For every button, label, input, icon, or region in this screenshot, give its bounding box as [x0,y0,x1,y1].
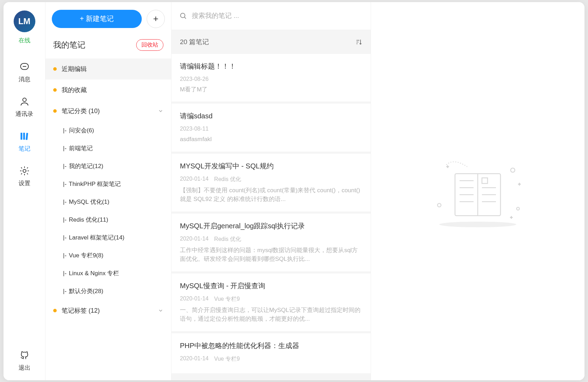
nav-item-contacts[interactable]: 通讯录 [4,90,45,124]
category-label: Laravel 框架笔记(14) [69,234,125,241]
section-favorites[interactable]: 我的收藏 [46,79,171,100]
nav-item-notes[interactable]: 笔记 [4,124,45,159]
category-label: 前端笔记 [69,145,93,152]
note-item[interactable]: PHP中被忽略的性能优化利器：生成器 2020-01-14 Vue 专栏9 [172,333,371,373]
svg-rect-4 [23,133,25,140]
new-note-button[interactable]: + 新建笔记 [52,10,142,28]
section-tags[interactable]: 笔记标签 (12) [46,300,171,321]
category-label: 问安会(6) [69,127,94,134]
new-category-button[interactable]: + [147,10,165,28]
note-preview: asdfasmfakl [180,135,362,144]
category-label: Redis 优化(11) [69,216,108,223]
note-title: MySQL开启general_log跟踪sql执行记录 [180,221,362,231]
notes-count-row: 20 篇笔记 [172,30,371,54]
note-category: Vue 专栏9 [214,355,240,363]
note-date: 2020-01-14 [180,236,209,243]
note-date: 2020-01-14 [180,176,209,183]
section-label: 笔记分类 (10) [62,107,100,115]
dot-icon [53,88,57,92]
nav-item-label: 笔记 [19,145,30,153]
note-item[interactable]: MySQL慢查询 - 开启慢查询 2020-01-14 Vue 专栏9 一、简介… [172,273,371,331]
category-item[interactable]: |- 前端笔记 [46,139,171,157]
svg-point-22 [438,203,441,207]
contacts-icon [19,96,30,107]
search-input[interactable] [192,12,363,20]
category-item[interactable]: |- 问安会(6) [46,121,171,139]
my-notes-title: 我的笔记 [53,40,85,50]
category-label: Vue 专栏9(8) [69,252,104,259]
nav-item-label: 设置 [19,179,30,187]
category-item[interactable]: |- Redis 优化(11) [46,211,171,229]
search-bar [172,2,371,30]
note-item[interactable]: 请编sdasd 2023-08-11 asdfasmfakl [172,104,371,152]
category-label: Linux & Nginx 专栏 [69,270,119,277]
category-item[interactable]: |- Laravel 框架笔记(14) [46,229,171,246]
section-label: 近期编辑 [62,65,87,73]
message-icon [19,61,30,72]
recycle-bin-button[interactable]: 回收站 [136,39,163,51]
notes-icon [19,131,30,142]
chevron-down-icon [158,108,163,114]
note-date: 2023-08-26 [180,76,209,82]
note-title: 请编sdasd [180,111,362,121]
svg-point-21 [511,168,515,172]
note-category: Redis 优化 [214,236,241,243]
chevron-down-icon [158,308,163,313]
sort-icon[interactable] [355,39,362,46]
svg-point-7 [181,13,185,18]
category-item[interactable]: |- 我的笔记(12) [46,157,171,175]
github-icon [19,350,30,361]
note-preview: 工作中经常遇到这样的问题：mysql数据访问能量很大，想要从sql方面优化。研发… [180,246,362,264]
svg-point-2 [23,98,26,102]
category-item[interactable]: |- Vue 专栏9(8) [46,246,171,264]
app-window: LM 在线 消息 通讯录 笔记 设置 [4,2,584,380]
section-label: 我的收藏 [62,86,87,94]
plus-icon: + [153,13,158,24]
notes-list: 请编辑标题！！！ 2023-08-26 M看了M了 请编sdasd 2023-0… [172,54,371,375]
note-preview: 【强制】不要使用 count(列名)或 count(常量)来替代 count()… [180,186,362,204]
empty-state-icon [422,149,534,233]
category-item[interactable]: |- 默认分类(28) [46,282,171,300]
sidebar: + 新建笔记 + 我的笔记 回收站 近期编辑 我的收藏 笔记分类 (10) [46,2,172,380]
section-recent-edit[interactable]: 近期编辑 [46,58,171,79]
notes-column: 20 篇笔记 请编辑标题！！！ 2023-08-26 M看了M了 请编sdasd… [172,2,371,380]
note-item[interactable]: 请编辑标题！！！ 2023-08-26 M看了M了 [172,54,371,102]
sidebar-header: 我的笔记 回收站 [46,35,171,58]
note-date: 2020-01-14 [180,355,209,363]
nav-item-settings[interactable]: 设置 [4,159,45,194]
category-label: 默认分类(28) [69,288,103,294]
main-content [371,2,584,380]
note-title: PHP中被忽略的性能优化利器：生成器 [180,341,362,350]
note-item[interactable]: MySQL开启general_log跟踪sql执行记录 2020-01-14 R… [172,214,371,271]
settings-icon [19,165,30,176]
note-preview: 一、简介开启慢查询日志，可以让MySQL记录下查询超过指定时间的语句，通过定位分… [180,306,362,324]
nav-rail: LM 在线 消息 通讯录 笔记 设置 [4,2,46,380]
nav-exit[interactable]: 退出 [4,350,45,372]
search-icon [179,12,187,20]
nav-item-label: 消息 [19,75,30,83]
note-category: Vue 专栏9 [214,296,240,303]
note-item[interactable]: MYSQL开发编写中 - SQL规约 2020-01-14 Redis 优化 【… [172,154,371,211]
svg-line-8 [184,17,186,19]
svg-point-9 [439,222,516,227]
svg-rect-3 [20,133,22,140]
section-categories[interactable]: 笔记分类 (10) [46,100,171,121]
nav-exit-label: 退出 [19,364,30,372]
sidebar-top: + 新建笔记 + [46,2,171,35]
note-date: 2023-08-11 [180,126,209,132]
svg-point-20 [442,180,444,182]
online-status: 在线 [19,36,30,44]
note-preview: M看了M了 [180,85,362,94]
category-item[interactable]: |- MySQL 优化(1) [46,193,171,211]
category-item[interactable]: |- ThinkPHP 框架笔记 [46,175,171,193]
notes-count: 20 篇笔记 [180,37,209,47]
category-item[interactable]: |- Linux & Nginx 专栏 [46,264,171,282]
nav-item-messages[interactable]: 消息 [4,55,45,90]
svg-rect-5 [26,133,28,140]
nav-item-label: 通讯录 [15,110,33,118]
avatar[interactable]: LM [14,11,35,32]
dot-icon [53,309,57,312]
svg-point-23 [517,207,519,210]
dot-icon [53,109,57,113]
dot-icon [53,67,57,71]
